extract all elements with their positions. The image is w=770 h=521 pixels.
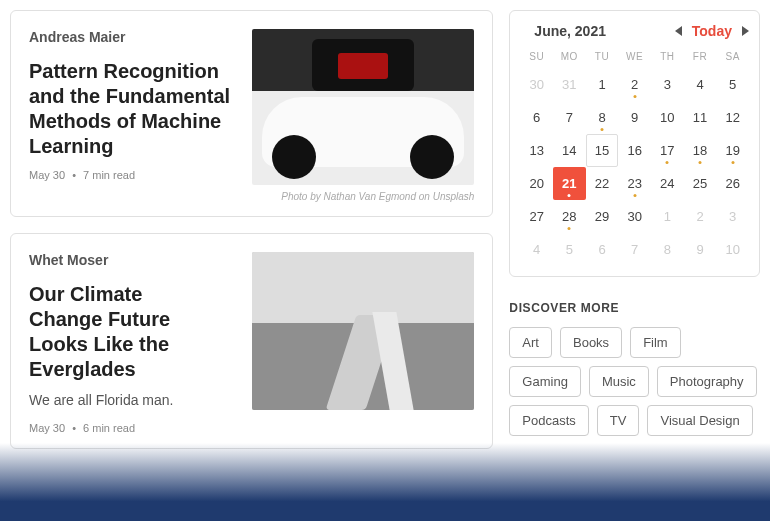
calendar-day[interactable]: 3 [716,200,749,233]
calendar-day[interactable]: 24 [651,167,684,200]
article-card[interactable]: Whet Moser Our Climate Change Future Loo… [10,233,493,449]
calendar-day[interactable]: 21 [553,167,586,200]
article-subtitle: We are all Florida man. [29,392,238,408]
event-dot-icon [633,194,636,197]
topic-chip[interactable]: Film [630,327,681,358]
topic-chip[interactable]: Books [560,327,622,358]
calendar-day[interactable]: 10 [651,101,684,134]
calendar-prev-icon[interactable] [675,26,682,36]
calendar-day[interactable]: 7 [618,233,651,266]
calendar-day[interactable]: 31 [553,68,586,101]
calendar-day[interactable]: 18 [684,134,717,167]
article-list: Andreas Maier Pattern Recognition and th… [10,10,493,449]
calendar-day[interactable]: 14 [553,134,586,167]
article-read-time: 6 min read [83,422,135,434]
calendar-day[interactable]: 4 [520,233,553,266]
calendar-day[interactable]: 22 [586,167,619,200]
calendar-day[interactable]: 1 [651,200,684,233]
calendar-day[interactable]: 5 [716,68,749,101]
topic-chip[interactable]: Podcasts [509,405,588,436]
article-author[interactable]: Andreas Maier [29,29,238,45]
article-meta: May 30 • 6 min read [29,422,238,434]
article-thumbnail[interactable] [252,252,474,410]
calendar-day[interactable]: 29 [586,200,619,233]
calendar-day[interactable]: 19 [716,134,749,167]
calendar-dow: WE [618,47,651,68]
calendar-dow: SA [716,47,749,68]
article-card[interactable]: Andreas Maier Pattern Recognition and th… [10,10,493,217]
event-dot-icon [699,161,702,164]
calendar-day[interactable]: 9 [684,233,717,266]
article-date: May 30 [29,169,65,181]
topic-chip[interactable]: Gaming [509,366,581,397]
calendar-day[interactable]: 6 [586,233,619,266]
article-read-time: 7 min read [83,169,135,181]
event-dot-icon [731,161,734,164]
event-dot-icon [633,95,636,98]
calendar-dow: TH [651,47,684,68]
separator-dot: • [72,169,76,181]
calendar-day[interactable]: 30 [520,68,553,101]
calendar-day[interactable]: 12 [716,101,749,134]
calendar-day[interactable]: 15 [586,134,619,167]
topic-chip[interactable]: Visual Design [647,405,752,436]
calendar: June, 2021 Today SUMOTUWETHFRSA303112345… [509,10,760,277]
article-author[interactable]: Whet Moser [29,252,238,268]
thumbnail-credit: Photo by Nathan Van Egmond on Unsplash [281,191,474,202]
calendar-day[interactable]: 25 [684,167,717,200]
separator-dot: • [72,422,76,434]
calendar-day[interactable]: 1 [586,68,619,101]
calendar-dow: FR [684,47,717,68]
event-dot-icon [568,194,571,197]
topic-chip[interactable]: Art [509,327,552,358]
calendar-day[interactable]: 16 [618,134,651,167]
calendar-month-label: June, 2021 [520,23,674,39]
calendar-day[interactable]: 26 [716,167,749,200]
calendar-day[interactable]: 10 [716,233,749,266]
article-title[interactable]: Our Climate Change Future Looks Like the… [29,282,219,382]
calendar-dow: SU [520,47,553,68]
calendar-day[interactable]: 20 [520,167,553,200]
calendar-day[interactable]: 11 [684,101,717,134]
calendar-day[interactable]: 5 [553,233,586,266]
article-thumbnail[interactable] [252,29,474,185]
calendar-day[interactable]: 27 [520,200,553,233]
calendar-day[interactable]: 8 [651,233,684,266]
calendar-day[interactable]: 2 [618,68,651,101]
calendar-day[interactable]: 9 [618,101,651,134]
calendar-today-button[interactable]: Today [692,23,732,39]
discover-title: DISCOVER MORE [509,301,760,315]
article-date: May 30 [29,422,65,434]
calendar-day[interactable]: 6 [520,101,553,134]
calendar-day[interactable]: 17 [651,134,684,167]
calendar-day[interactable]: 7 [553,101,586,134]
calendar-day[interactable]: 8 [586,101,619,134]
calendar-day[interactable]: 23 [618,167,651,200]
event-dot-icon [568,227,571,230]
calendar-next-icon[interactable] [742,26,749,36]
topic-chip[interactable]: Photography [657,366,757,397]
calendar-dow: TU [586,47,619,68]
calendar-day[interactable]: 4 [684,68,717,101]
article-meta: May 30 • 7 min read [29,169,238,181]
topic-chip[interactable]: TV [597,405,640,436]
event-dot-icon [666,161,669,164]
calendar-day[interactable]: 28 [553,200,586,233]
article-title[interactable]: Pattern Recognition and the Fundamental … [29,59,238,159]
calendar-day[interactable]: 30 [618,200,651,233]
discover-more: DISCOVER MORE ArtBooksFilmGamingMusicPho… [509,301,760,436]
calendar-day[interactable]: 3 [651,68,684,101]
calendar-day[interactable]: 13 [520,134,553,167]
event-dot-icon [601,128,604,131]
calendar-dow: MO [553,47,586,68]
topic-chip[interactable]: Music [589,366,649,397]
calendar-day[interactable]: 2 [684,200,717,233]
